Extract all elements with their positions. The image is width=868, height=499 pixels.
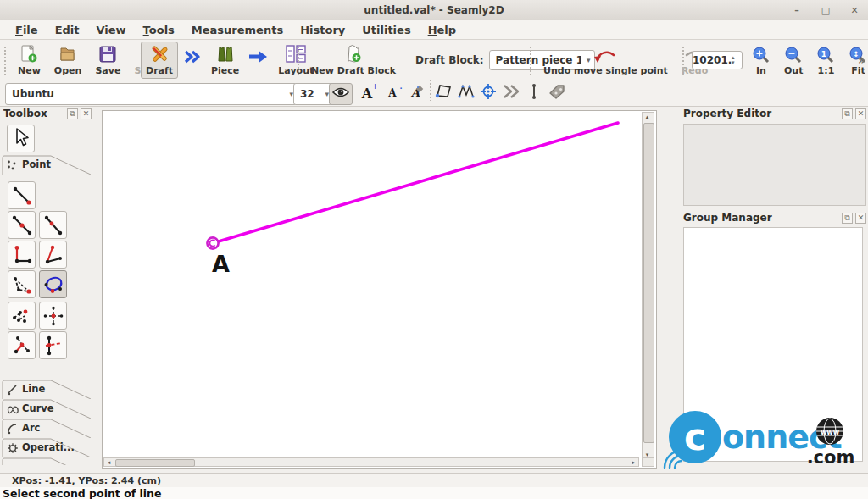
undo-label: Undo move single point: [543, 65, 668, 76]
menu-edit[interactable]: Edit: [47, 24, 88, 36]
tool-point-along-perpendicular[interactable]: [8, 241, 36, 269]
toolbox-section-line[interactable]: Line: [2, 380, 92, 399]
zoom-out-button[interactable]: Out: [780, 42, 807, 78]
line-endpoints-icon: [528, 83, 540, 103]
tool-point-shoulder[interactable]: [8, 270, 36, 298]
menu-measurements[interactable]: Measurements: [183, 24, 292, 36]
toolbar-overflow-button[interactable]: »: [858, 53, 865, 67]
font-size-select[interactable]: 32 ▾: [293, 83, 333, 105]
zoom-group: 10201.1% ▴ ▾ In Out 1: [680, 40, 868, 80]
toolbar-drag-handle[interactable]: [529, 46, 532, 75]
draft-mode-button[interactable]: Draft: [141, 42, 178, 79]
zoom-1-1-button[interactable]: 1 1:1: [812, 42, 839, 78]
undo-button[interactable]: Undo move single point: [539, 42, 672, 78]
open-icon: [58, 44, 78, 64]
save-button[interactable]: Save: [91, 42, 125, 78]
tool-point-intersect-lines[interactable]: [8, 302, 36, 330]
toolbox-section-operations[interactable]: Operati...: [2, 438, 92, 457]
tool-point-along-line[interactable]: [8, 211, 36, 239]
menu-help[interactable]: Help: [420, 24, 465, 36]
text-toolbar: Ubuntu ▾ 32 ▾ A+ A· A: [0, 80, 868, 107]
zoom-value: 10201.1%: [693, 54, 732, 66]
menu-file[interactable]: File: [7, 24, 47, 36]
property-editor-content: [683, 124, 866, 206]
save-label: Save: [95, 65, 120, 76]
menu-utilities[interactable]: Utilities: [353, 24, 419, 36]
float-icon[interactable]: ⧉: [67, 108, 78, 119]
piece-path-icon: [434, 83, 453, 103]
open-button[interactable]: Open: [50, 42, 86, 78]
close-icon[interactable]: ✕: [81, 108, 92, 119]
tool-point-intersect-xy[interactable]: [39, 302, 67, 330]
menu-tools[interactable]: Tools: [135, 24, 183, 36]
logo-c: c: [684, 415, 706, 458]
close-icon[interactable]: ✕: [855, 108, 866, 119]
piece-mode-button[interactable]: Piece: [207, 42, 243, 78]
toolbar-drag-handle[interactable]: [297, 46, 300, 75]
menubar: File Edit View Tools Measurements Histor…: [0, 20, 868, 40]
font-family-select[interactable]: Ubuntu ▾: [5, 83, 298, 105]
menu-history[interactable]: History: [292, 24, 353, 36]
tool-point-mid-line[interactable]: [39, 211, 67, 239]
float-icon[interactable]: ⧉: [842, 108, 853, 119]
gear-icon: [7, 441, 19, 457]
menu-view[interactable]: View: [87, 24, 134, 36]
tool-point-intersect-curve[interactable]: [39, 270, 67, 298]
toolbox-section-point[interactable]: Point: [2, 155, 92, 175]
zoom-1-1-icon: 1: [816, 44, 835, 64]
coordinates-text: XPos: -1.41, YPos: 2.44 (cm): [12, 475, 161, 486]
draft-line[interactable]: [213, 123, 618, 243]
draft-icon: [149, 44, 170, 64]
save-icon: [97, 44, 118, 64]
decrease-label-font-button[interactable]: A·: [381, 83, 403, 103]
increase-label-font-button[interactable]: A+: [356, 83, 378, 103]
select-tool-button[interactable]: [7, 125, 35, 152]
scroll-up-icon[interactable]: ▴: [643, 114, 652, 120]
show-labels-button[interactable]: [329, 83, 353, 105]
tool-point-at-distance-angle[interactable]: [8, 181, 36, 209]
horizontal-scrollbar[interactable]: ◂ ▸: [103, 457, 639, 467]
draft-canvas[interactable]: A ▴ ▾ ◂ ▸: [102, 110, 657, 469]
undo-icon: [593, 44, 618, 64]
tool-point-intersect-line-axis[interactable]: [39, 331, 67, 359]
seamly2d-window: untitled.val* - Seamly2D – □ ✕ File Edit…: [0, 0, 868, 499]
spinner-arrows[interactable]: ▴ ▾: [732, 55, 735, 65]
spin-down-icon[interactable]: ▾: [732, 60, 735, 65]
show-piece-path-button[interactable]: [432, 83, 454, 103]
tool-point-along-bisector[interactable]: [39, 241, 67, 269]
new-icon: [19, 44, 39, 64]
titlebar[interactable]: untitled.val* - Seamly2D – □ ✕: [0, 0, 868, 21]
label-color-button[interactable]: A: [405, 83, 427, 103]
eye-icon: [331, 86, 350, 103]
scroll-right-icon[interactable]: ▸: [629, 459, 638, 466]
show-curve-details-button[interactable]: [455, 83, 477, 103]
minimize-icon[interactable]: –: [790, 3, 804, 17]
toolbox-section-curve[interactable]: Curve: [2, 399, 92, 419]
toolbox-section-partial[interactable]: [2, 457, 92, 465]
tag-button[interactable]: [547, 83, 569, 103]
point-a-marker[interactable]: [207, 237, 218, 248]
tool-point-perpendicular-from-point[interactable]: [8, 331, 36, 359]
toolbox-section-arc[interactable]: Arc: [2, 419, 92, 438]
show-point-accuracy-button[interactable]: [477, 83, 499, 103]
toolbar-drag-handle[interactable]: [3, 46, 7, 75]
horizontal-scroll-thumb[interactable]: [115, 459, 195, 467]
vertical-scrollbar[interactable]: ▴ ▾: [642, 112, 654, 460]
close-icon[interactable]: ✕: [848, 3, 861, 17]
vertical-scroll-thumb[interactable]: [643, 123, 654, 443]
toolbar-drag-handle[interactable]: [682, 46, 685, 75]
group-manager-header[interactable]: Group Manager ⧉ ✕: [683, 212, 866, 224]
zoom-spinbox[interactable]: 10201.1% ▴ ▾: [692, 51, 743, 69]
zoom-1-1-label: 1:1: [818, 65, 835, 76]
maximize-icon[interactable]: □: [819, 3, 832, 17]
close-icon[interactable]: ✕: [855, 213, 866, 224]
scroll-left-icon[interactable]: ◂: [104, 459, 114, 466]
toolbar-chevrons-button[interactable]: [500, 83, 522, 103]
new-button[interactable]: New: [14, 42, 45, 78]
select-icon: [12, 127, 31, 151]
new-draft-block-button[interactable]: New Draft Block: [307, 42, 400, 78]
float-icon[interactable]: ⧉: [842, 213, 853, 224]
line-endpoints-button[interactable]: [523, 83, 545, 103]
property-editor-header[interactable]: Property Editor ⧉ ✕: [683, 108, 866, 119]
zoom-in-button[interactable]: In: [748, 42, 775, 78]
